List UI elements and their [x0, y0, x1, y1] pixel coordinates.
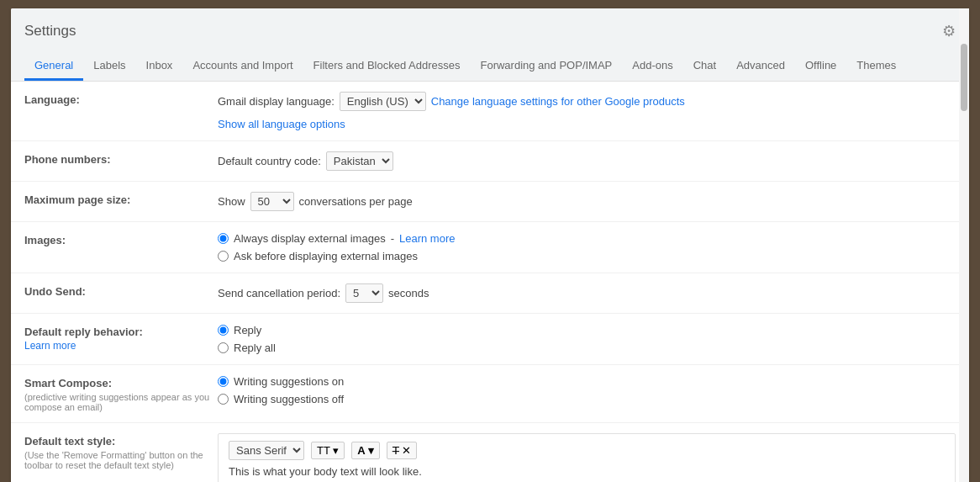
reply-behavior-learn-more[interactable]: Learn more [24, 340, 218, 352]
settings-title-bar: Settings ⚙ [24, 15, 956, 49]
tab-advanced[interactable]: Advanced [726, 52, 795, 81]
settings-body: Language: Gmail display language: Englis… [11, 82, 969, 482]
settings-panel: Settings ⚙ General Labels Inbox Accounts… [11, 8, 969, 482]
phone-inline: Default country code: Pakistan [218, 151, 956, 171]
reply-all-radio[interactable] [218, 342, 229, 353]
scrollbar[interactable] [959, 8, 969, 482]
reply-option2-label: Reply all [234, 342, 276, 354]
change-language-link[interactable]: Change language settings for other Googl… [431, 95, 685, 108]
images-radio-always[interactable] [218, 233, 229, 244]
reply-option1-label: Reply [234, 324, 261, 336]
images-label: Images: [24, 232, 218, 246]
tab-accounts-import[interactable]: Accounts and Import [182, 52, 303, 81]
country-code-label: Default country code: [218, 155, 321, 167]
page-size-inline: Show 10 15 20 25 50 100 conversations pe… [218, 192, 956, 211]
images-radio-ask[interactable] [218, 251, 229, 262]
undo-send-seconds-select[interactable]: 5 10 20 30 [345, 283, 383, 303]
tab-inbox[interactable]: Inbox [136, 52, 183, 81]
images-option1-label: Always display external images [234, 232, 386, 245]
text-style-label: Default text style: (Use the 'Remove For… [24, 433, 218, 470]
smart-compose-off-label: Writing suggestions off [234, 393, 344, 405]
reply-all-option2-row: Reply all [218, 342, 956, 354]
reply-behavior-row: Default reply behavior: Learn more Reply… [11, 314, 969, 365]
show-all-languages-link[interactable]: Show all language options [218, 118, 956, 130]
smart-compose-on-radio[interactable] [218, 376, 229, 387]
reply-option1-row: Reply [218, 324, 956, 336]
reply-behavior-label: Default reply behavior: Learn more [24, 324, 218, 352]
phone-row: Phone numbers: Default country code: Pak… [11, 141, 969, 182]
smart-compose-off-radio[interactable] [218, 394, 229, 405]
country-select[interactable]: Pakistan [326, 151, 393, 171]
body-text-preview: This is what your body text will look li… [229, 465, 945, 478]
scrollbar-thumb[interactable] [961, 44, 967, 111]
tabs-bar: General Labels Inbox Accounts and Import… [24, 52, 956, 81]
undo-send-inline: Send cancellation period: 5 10 20 30 sec… [218, 283, 956, 303]
language-select[interactable]: English (US) [340, 92, 426, 111]
images-row: Images: Always display external images -… [11, 222, 969, 273]
settings-window: Settings ⚙ General Labels Inbox Accounts… [11, 8, 969, 482]
text-toolbar: Sans Serif TT ▾ A ▾ T̶ ✕ [229, 441, 945, 460]
settings-header: Settings ⚙ General Labels Inbox Accounts… [11, 8, 969, 82]
images-learn-more-link[interactable]: Learn more [399, 232, 455, 245]
text-style-content: Sans Serif TT ▾ A ▾ T̶ ✕ This is what yo… [218, 433, 956, 482]
reply-radio[interactable] [218, 325, 229, 336]
tab-filters-blocked[interactable]: Filters and Blocked Addresses [303, 52, 471, 81]
tab-offline[interactable]: Offline [795, 52, 846, 81]
font-size-btn[interactable]: TT ▾ [311, 442, 345, 459]
undo-send-label: Undo Send: [24, 283, 218, 298]
smart-compose-label: Smart Compose: (predictive writing sugge… [24, 375, 218, 412]
font-color-btn[interactable]: A ▾ [351, 442, 380, 459]
reply-behavior-content: Reply Reply all [218, 324, 956, 354]
smart-compose-off-row: Writing suggestions off [218, 393, 956, 405]
images-option2-row: Ask before displaying external images [218, 250, 956, 262]
seconds-label: seconds [388, 287, 429, 299]
text-style-sublabel: (Use the 'Remove Formatting' button on t… [24, 450, 218, 470]
language-row: Language: Gmail display language: Englis… [11, 82, 969, 141]
tab-themes[interactable]: Themes [846, 52, 906, 81]
smart-compose-content: Writing suggestions on Writing suggestio… [218, 375, 956, 405]
images-option1-row: Always display external images - Learn m… [218, 232, 956, 245]
language-label: Language: [24, 92, 218, 106]
phone-label: Phone numbers: [24, 151, 218, 166]
page-size-row: Maximum page size: Show 10 15 20 25 50 1… [11, 182, 969, 222]
page-size-content: Show 10 15 20 25 50 100 conversations pe… [218, 192, 956, 211]
settings-title-text: Settings [24, 23, 76, 40]
images-option2-label: Ask before displaying external images [234, 250, 418, 262]
undo-send-content: Send cancellation period: 5 10 20 30 sec… [218, 283, 956, 303]
remove-formatting-btn[interactable]: T̶ ✕ [387, 442, 418, 459]
smart-compose-on-label: Writing suggestions on [234, 375, 344, 388]
tab-chat[interactable]: Chat [683, 52, 726, 81]
page-size-label: Maximum page size: [24, 192, 218, 206]
show-label: Show [218, 195, 245, 208]
undo-send-row: Undo Send: Send cancellation period: 5 1… [11, 273, 969, 314]
font-select[interactable]: Sans Serif [229, 441, 304, 460]
phone-content: Default country code: Pakistan [218, 151, 956, 171]
settings-gear-icon[interactable]: ⚙ [942, 22, 956, 40]
tab-general[interactable]: General [24, 52, 83, 81]
per-page-label: conversations per page [299, 195, 413, 208]
cancellation-label: Send cancellation period: [218, 287, 340, 299]
tab-forwarding-pop[interactable]: Forwarding and POP/IMAP [470, 52, 622, 81]
smart-compose-on-row: Writing suggestions on [218, 375, 956, 388]
tab-addons[interactable]: Add-ons [622, 52, 682, 81]
smart-compose-sublabel: (predictive writing suggestions appear a… [24, 392, 218, 412]
text-style-row: Default text style: (Use the 'Remove For… [11, 423, 969, 482]
language-inline: Gmail display language: English (US) Cha… [218, 92, 956, 111]
text-style-box: Sans Serif TT ▾ A ▾ T̶ ✕ This is what yo… [218, 433, 956, 482]
gmail-display-label: Gmail display language: [218, 95, 335, 108]
language-content: Gmail display language: English (US) Cha… [218, 92, 956, 130]
page-size-select[interactable]: 10 15 20 25 50 100 [250, 192, 294, 211]
images-content: Always display external images - Learn m… [218, 232, 956, 262]
smart-compose-row: Smart Compose: (predictive writing sugge… [11, 365, 969, 423]
tab-labels[interactable]: Labels [83, 52, 135, 81]
